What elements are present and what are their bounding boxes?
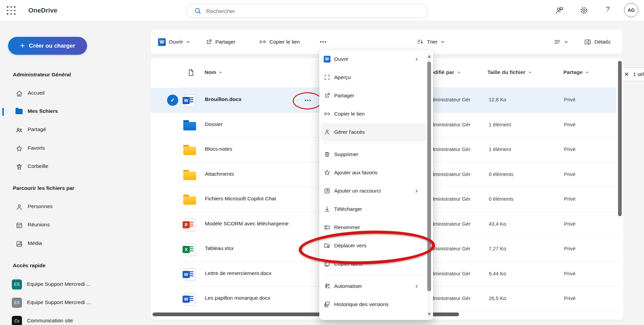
sidebar-item-favoris[interactable]: Favoris — [0, 142, 145, 155]
onedrive-app: OneDrive ? AG + Créer ou charger Adminis… — [0, 0, 644, 325]
selected-indicator — [2, 108, 4, 116]
word-icon: W — [324, 56, 330, 62]
menu-scrollbar-thumb[interactable] — [427, 61, 431, 291]
calendar-icon — [16, 222, 23, 229]
word-file-icon: W — [183, 94, 196, 108]
word-file-icon: W — [183, 292, 196, 306]
copy-link-button[interactable]: Copier le lien — [259, 30, 300, 54]
share-button[interactable]: Partager — [205, 30, 235, 54]
sort-icon — [417, 38, 424, 46]
menu-item-renommer[interactable]: Renommer — [319, 218, 433, 236]
context-menu: W Ouvrir Aperçu Partager Copier le lien … — [319, 50, 433, 320]
folder-icon — [16, 109, 23, 114]
download-icon — [324, 206, 330, 212]
menu-item-telecharger[interactable]: Télécharger — [319, 200, 433, 218]
sidebar-item-equipe-support-2[interactable]: ES Equipe Support Mercredi ... — [0, 296, 145, 309]
sidebar-item-personnes[interactable]: Personnes — [0, 200, 145, 214]
yellow-folder-icon — [183, 170, 197, 180]
chevron-down-icon — [528, 71, 532, 74]
sidebar-item-corbeille[interactable]: Corbeille — [0, 160, 145, 174]
sidebar-item-partage[interactable]: Partagé — [0, 123, 145, 137]
sidebar-item-equipe-support-1[interactable]: ES Equipe Support Mercredi ... — [0, 278, 145, 291]
chevron-down-icon — [219, 71, 222, 74]
move-icon — [324, 242, 330, 249]
menu-separator — [325, 275, 428, 275]
people-icon — [16, 126, 23, 134]
chevron-down-icon — [564, 40, 568, 44]
search-icon — [194, 7, 202, 15]
settings-gear-icon[interactable] — [580, 6, 588, 15]
chevron-down-icon — [457, 71, 461, 74]
person-icon — [16, 203, 23, 211]
scroll-up-arrow[interactable] — [428, 55, 431, 58]
share-icon — [205, 39, 212, 46]
yellow-folder-icon — [183, 194, 197, 205]
top-bar: OneDrive ? AG — [0, 0, 644, 21]
sidebar-section-account: Administrateur Général — [13, 72, 71, 78]
menu-item-supprimer[interactable]: Supprimer — [319, 145, 433, 164]
word-file-icon: W — [183, 268, 196, 282]
word-icon: W — [158, 38, 166, 46]
image-icon — [16, 240, 23, 248]
feedback-icon[interactable] — [555, 6, 564, 15]
menu-item-apercu[interactable]: Aperçu — [319, 68, 433, 86]
ellipsis-icon — [320, 41, 326, 43]
column-header-nom[interactable]: Nom — [205, 69, 222, 75]
menu-item-historique-des-versions[interactable]: Historique des versions — [319, 295, 433, 314]
sidebar-item-reunions[interactable]: Réunions — [0, 219, 145, 232]
chevron-down-icon — [186, 40, 190, 44]
menu-item-copier-dans[interactable]: Copier dans — [319, 255, 433, 273]
sidebar-item-mes-fichiers[interactable]: Mes fichiers — [0, 105, 145, 119]
excel-file-icon: X — [183, 243, 196, 257]
menu-item-gerer-lacces[interactable]: Gérer l'accès — [321, 123, 427, 141]
view-options-button[interactable] — [554, 30, 568, 54]
menu-item-ouvrir[interactable]: W Ouvrir — [319, 50, 433, 68]
document-icon[interactable] — [187, 69, 195, 77]
shortcut-icon — [324, 188, 330, 194]
submenu-chevron-icon — [414, 189, 419, 193]
sidebar-item-media[interactable]: Média — [0, 237, 145, 251]
link-icon — [324, 110, 330, 117]
sidebar-item-accueil[interactable]: Accueil — [0, 87, 145, 100]
sidebar-section-browse: Parcourir les fichiers par — [13, 185, 75, 191]
scroll-down-arrow[interactable] — [428, 313, 431, 316]
details-pane-icon — [584, 38, 591, 46]
trash-icon — [16, 163, 23, 171]
plus-icon: + — [20, 41, 25, 50]
submenu-chevron-icon — [414, 284, 419, 289]
search-input[interactable] — [206, 6, 416, 16]
menu-item-ajouter-aux-favoris[interactable]: Ajouter aux favoris — [319, 164, 433, 182]
search-box[interactable] — [186, 4, 428, 18]
sidebar-section-quick-access: Accès rapide — [13, 262, 46, 269]
details-pane-button[interactable]: Détails — [584, 30, 610, 54]
create-or-upload-button[interactable]: + Créer ou charger — [8, 37, 87, 55]
column-header-taille[interactable]: Taille du fichier — [487, 69, 532, 75]
link-icon — [259, 38, 266, 46]
site-badge: ES — [12, 298, 22, 308]
site-badge: Cs — [12, 316, 22, 325]
preview-icon — [324, 74, 330, 81]
row-selected-checkbox[interactable]: ✓ — [167, 95, 178, 106]
submenu-chevron-icon — [414, 57, 419, 61]
row-more-button[interactable] — [300, 97, 315, 104]
menu-item-partager[interactable]: Partager — [319, 86, 433, 105]
app-launcher-icon[interactable] — [7, 6, 16, 15]
app-title: OneDrive — [28, 7, 57, 14]
account-avatar[interactable]: AG — [624, 3, 638, 17]
help-icon[interactable]: ? — [606, 5, 615, 14]
blue-folder-icon — [183, 120, 197, 131]
yellow-folder-icon — [183, 145, 197, 155]
open-button[interactable]: W Ouvrir — [158, 30, 190, 54]
menu-item-ajouter-un-raccourci[interactable]: Ajouter un raccourci — [319, 182, 433, 200]
powerpoint-file-icon: P — [183, 218, 196, 232]
star-icon — [16, 145, 23, 152]
clear-selection-icon[interactable]: ✕ — [624, 71, 629, 78]
sidebar-item-communication-site[interactable]: Cs Communication site — [0, 314, 145, 325]
column-header-partage[interactable]: Partage — [563, 69, 589, 75]
menu-item-copier-le-lien[interactable]: Copier le lien — [319, 105, 433, 123]
list-view-icon — [554, 38, 561, 46]
share-icon — [324, 92, 330, 99]
vertical-scrollbar[interactable] — [618, 61, 622, 216]
menu-item-deplacer-vers[interactable]: Déplacer vers — [319, 236, 433, 255]
menu-item-automatiser[interactable]: Automatiser — [319, 277, 433, 295]
